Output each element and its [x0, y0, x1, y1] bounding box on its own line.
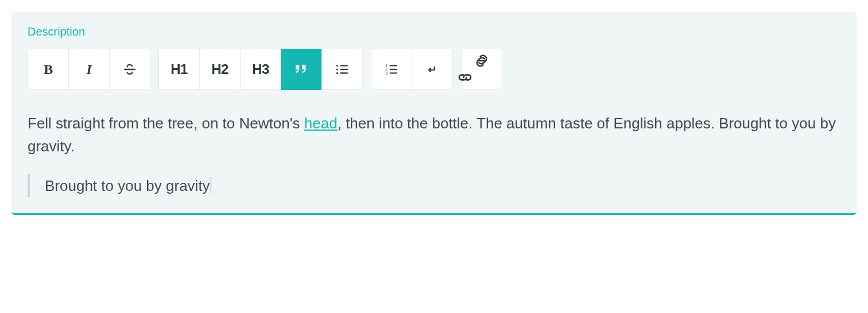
italic-button[interactable]: I — [68, 49, 110, 90]
h2-button[interactable]: H2 — [199, 49, 241, 90]
strikethrough-button[interactable] — [109, 49, 150, 90]
bold-button[interactable]: B — [28, 49, 69, 90]
italic-icon: I — [87, 62, 92, 77]
editor-toolbar: B I H1 H2 H3 — [28, 49, 840, 90]
link-icon — [474, 53, 490, 86]
link-head[interactable]: head — [304, 115, 338, 132]
ordered-list-icon: 1 2 3 — [384, 62, 399, 77]
bullet-list-button[interactable] — [321, 49, 363, 90]
h1-icon: H1 — [170, 61, 188, 77]
svg-point-3 — [336, 72, 338, 74]
line-break-button[interactable] — [412, 49, 453, 90]
bullet-list-icon — [335, 62, 350, 77]
return-icon — [425, 62, 439, 76]
svg-point-2 — [336, 68, 338, 70]
svg-text:3: 3 — [385, 71, 388, 75]
h2-icon: H2 — [211, 61, 228, 77]
svg-point-1 — [336, 65, 338, 66]
h1-button[interactable]: H1 — [158, 49, 200, 90]
h3-icon: H3 — [252, 61, 269, 77]
ordered-list-button[interactable]: 1 2 3 — [371, 49, 412, 90]
link-button[interactable] — [461, 49, 502, 90]
paragraph[interactable]: Fell straight from the tree, on to Newto… — [28, 112, 840, 158]
text-run: Fell straight from the tree, on to Newto… — [28, 115, 304, 132]
panel-label: Description — [28, 25, 840, 38]
blockquote-button[interactable] — [281, 49, 322, 90]
h3-button[interactable]: H3 — [240, 49, 281, 90]
blockquote-text: Brought to you by gravity — [45, 177, 210, 194]
quote-icon — [293, 61, 310, 78]
strikethrough-icon — [122, 62, 137, 77]
text-cursor — [211, 177, 211, 193]
bold-icon: B — [44, 62, 53, 77]
description-editor-panel: Description B I H1 H2 H3 — [11, 11, 857, 215]
blockquote[interactable]: Brought to you by gravity — [28, 174, 840, 197]
editor-content[interactable]: Fell straight from the tree, on to Newto… — [28, 112, 840, 197]
